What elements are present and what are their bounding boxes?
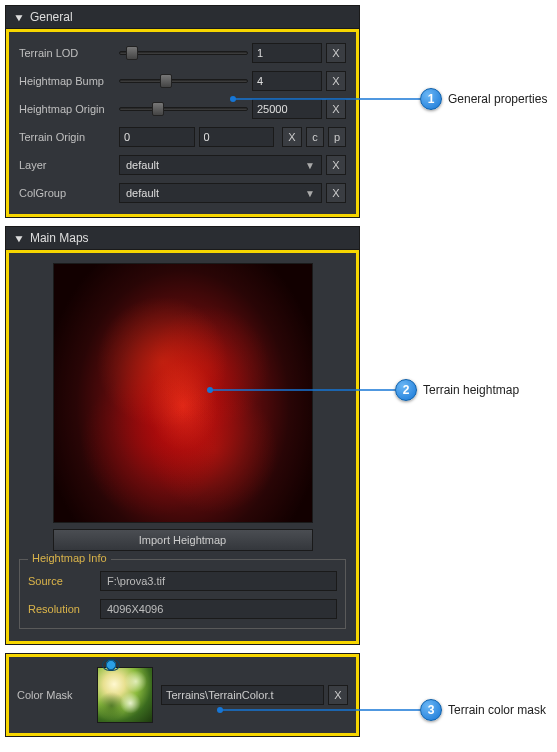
callout-text-3: Terrain color mask (448, 703, 546, 717)
layer-label: Layer (19, 159, 119, 171)
terrain-lod-input[interactable] (252, 43, 322, 63)
general-section: ▼ General Terrain LOD X Heightmap Bump X… (5, 5, 360, 218)
terrain-origin-label: Terrain Origin (19, 131, 119, 143)
main-maps-body: Import Heightmap Heightmap Info Source R… (6, 250, 359, 644)
layer-select-value: default (126, 159, 159, 171)
source-label: Source (28, 575, 100, 587)
terrain-origin-c-button[interactable]: c (306, 127, 324, 147)
resolution-label: Resolution (28, 603, 100, 615)
color-mask-reset-button[interactable]: X (328, 685, 348, 705)
import-heightmap-button[interactable]: Import Heightmap (53, 529, 313, 551)
colgroup-select-value: default (126, 187, 159, 199)
colgroup-reset-button[interactable]: X (326, 183, 346, 203)
chevron-down-icon: ▼ (305, 188, 315, 199)
color-mask-label: Color Mask (17, 689, 97, 701)
chevron-down-icon: ▼ (305, 160, 315, 171)
colgroup-row: ColGroup default ▼ X (19, 182, 346, 204)
heightmap-preview[interactable] (53, 263, 313, 523)
layer-select[interactable]: default ▼ (119, 155, 322, 175)
terrain-origin-y-input[interactable] (199, 127, 275, 147)
callout-badge-2: 2 (395, 379, 417, 401)
resolution-row: Resolution (28, 598, 337, 620)
general-header[interactable]: ▼ General (6, 6, 359, 29)
terrain-lod-slider[interactable] (119, 51, 248, 55)
color-mask-path-input[interactable] (161, 685, 324, 705)
source-value (100, 571, 337, 591)
main-maps-title: Main Maps (30, 231, 89, 245)
layer-row: Layer default ▼ X (19, 154, 346, 176)
terrain-lod-reset-button[interactable]: X (326, 43, 346, 63)
heightmap-origin-row: Heightmap Origin X (19, 98, 346, 120)
heightmap-bump-slider[interactable] (119, 79, 248, 83)
callout-badge-3: 3 (420, 699, 442, 721)
color-mask-thumbnail[interactable] (97, 667, 153, 723)
main-maps-section: ▼ Main Maps Import Heightmap Heightmap I… (5, 226, 360, 645)
general-body: Terrain LOD X Heightmap Bump X Heightmap… (6, 29, 359, 217)
heightmap-bump-row: Heightmap Bump X (19, 70, 346, 92)
terrain-origin-p-button[interactable]: p (328, 127, 346, 147)
source-row: Source (28, 570, 337, 592)
terrain-lod-label: Terrain LOD (19, 47, 119, 59)
terrain-origin-x-input[interactable] (119, 127, 195, 147)
layer-reset-button[interactable]: X (326, 155, 346, 175)
terrain-origin-row: Terrain Origin X c p (19, 126, 346, 148)
heightmap-bump-reset-button[interactable]: X (326, 71, 346, 91)
terrain-origin-reset-button[interactable]: X (282, 127, 302, 147)
color-mask-body: Color Mask X (6, 654, 359, 736)
disclosure-icon: ▼ (13, 233, 25, 244)
heightmap-bump-input[interactable] (252, 71, 322, 91)
heightmap-origin-reset-button[interactable]: X (326, 99, 346, 119)
main-maps-header[interactable]: ▼ Main Maps (6, 227, 359, 250)
heightmap-info-legend: Heightmap Info (28, 552, 111, 564)
general-title: General (30, 10, 73, 24)
callout-badge-1: 1 (420, 88, 442, 110)
eye-icon[interactable] (102, 659, 120, 671)
heightmap-bump-label: Heightmap Bump (19, 75, 119, 87)
colgroup-label: ColGroup (19, 187, 119, 199)
disclosure-icon: ▼ (13, 12, 25, 23)
colgroup-select[interactable]: default ▼ (119, 183, 322, 203)
color-mask-section: Color Mask X (5, 653, 360, 737)
heightmap-origin-input[interactable] (252, 99, 322, 119)
callout-text-2: Terrain heightmap (423, 383, 519, 397)
callout-text-1: General properties (448, 92, 547, 106)
heightmap-origin-label: Heightmap Origin (19, 103, 119, 115)
terrain-lod-row: Terrain LOD X (19, 42, 346, 64)
resolution-value (100, 599, 337, 619)
heightmap-origin-slider[interactable] (119, 107, 248, 111)
heightmap-info-group: Heightmap Info Source Resolution (19, 559, 346, 629)
